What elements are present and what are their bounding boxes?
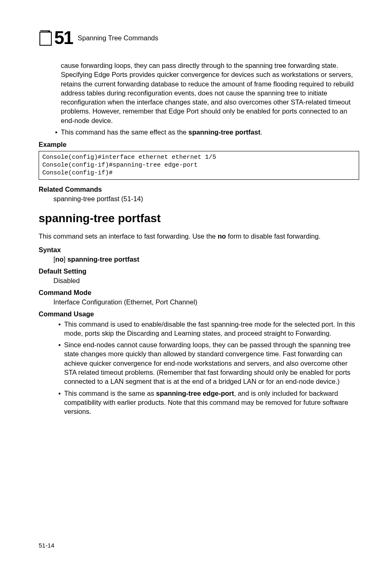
continuation-paragraph: cause forwarding loops, they can pass di… [61, 61, 359, 125]
usage-bullet: • Since end-nodes cannot cause forwardin… [58, 340, 359, 386]
bullet-text: This command is the same as spanning-tre… [64, 389, 359, 416]
bullet-marker: • [58, 320, 64, 338]
related-command-item: spanning-tree portfast (51-14) [53, 195, 359, 203]
code-block: Console(config)#interface ethernet ether… [39, 151, 359, 180]
section-intro: This command sets an interface to fast f… [39, 232, 359, 241]
bullet-item: • This command has the same effect as th… [55, 128, 359, 137]
usage-bullet: • This command is used to enable/disable… [58, 320, 359, 338]
chapter-number: 51 [54, 29, 73, 47]
chapter-badge: 51 [39, 29, 73, 47]
chapter-title: Spanning Tree Commands [78, 34, 158, 42]
page-header: 51 Spanning Tree Commands [39, 29, 359, 47]
book-icon [39, 30, 53, 46]
svg-rect-0 [40, 32, 51, 45]
usage-bullet: • This command is the same as spanning-t… [58, 389, 359, 416]
bullet-text: This command has the same effect as the … [61, 128, 359, 137]
bullet-marker: • [58, 389, 64, 416]
syntax-line: [no] spanning-tree portfast [53, 255, 359, 263]
default-setting-heading: Default Setting [39, 267, 359, 275]
syntax-heading: Syntax [39, 246, 359, 254]
related-commands-heading: Related Commands [39, 186, 359, 193]
default-setting-value: Disabled [53, 277, 359, 285]
bullet-text: Since end-nodes cannot cause forwarding … [64, 340, 359, 386]
bullet-marker: • [55, 128, 61, 137]
command-mode-value: Interface Configuration (Ethernet, Port … [53, 298, 359, 306]
bullet-text: This command is used to enable/disable t… [64, 320, 359, 338]
command-mode-heading: Command Mode [39, 289, 359, 297]
section-title: spanning-tree portfast [39, 212, 359, 225]
example-heading: Example [39, 141, 359, 149]
command-usage-heading: Command Usage [39, 310, 359, 318]
page-number: 51-14 [39, 542, 54, 549]
bullet-marker: • [58, 340, 64, 386]
